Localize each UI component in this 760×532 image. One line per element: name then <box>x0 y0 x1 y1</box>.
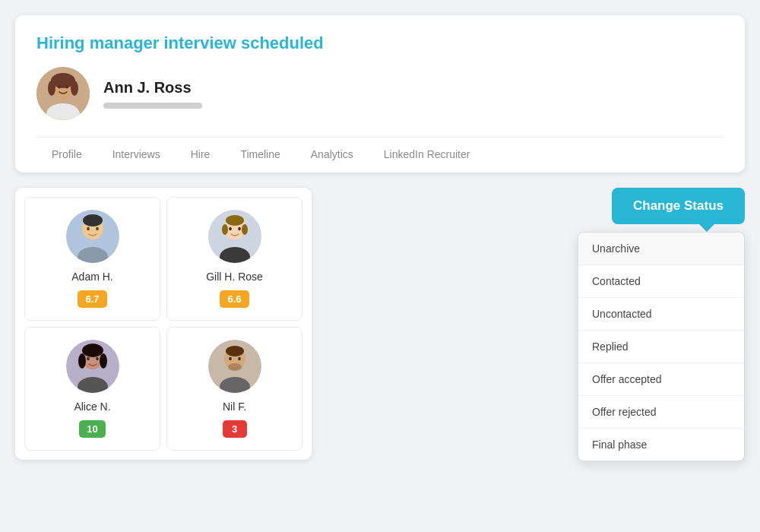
score-badge: 10 <box>79 420 105 438</box>
candidate-card-name: Gill H. Rose <box>206 271 263 283</box>
candidate-card-name: Nil F. <box>223 401 246 413</box>
hiring-title: Hiring manager interview scheduled <box>36 33 724 53</box>
svg-point-5 <box>71 81 78 96</box>
svg-point-4 <box>48 81 55 96</box>
list-item[interactable]: Adam H. 6.7 <box>24 197 160 321</box>
right-section: Change Status Unarchive Contacted Uncont… <box>327 188 745 461</box>
status-item-contacted[interactable]: Contacted <box>578 265 744 298</box>
avatar <box>208 340 261 393</box>
avatar <box>66 210 119 263</box>
svg-point-26 <box>78 353 86 369</box>
status-item-final-phase[interactable]: Final phase <box>578 429 744 461</box>
list-item[interactable]: Nil F. 3 <box>166 327 302 451</box>
change-status-button[interactable]: Change Status <box>612 188 745 224</box>
avatar <box>66 340 119 393</box>
candidate-row: Ann J. Ross <box>36 67 724 120</box>
candidate-name: Ann J. Ross <box>103 79 202 97</box>
list-item[interactable]: Gill H. Rose 6.6 <box>166 197 302 321</box>
list-item[interactable]: Alice N. 10 <box>24 327 160 451</box>
tab-timeline[interactable]: Timeline <box>225 138 295 173</box>
candidate-card-name: Alice N. <box>74 401 110 413</box>
svg-point-18 <box>222 224 228 235</box>
svg-point-21 <box>238 227 241 230</box>
avatar <box>208 210 261 263</box>
status-dropdown: Unarchive Contacted Uncontacted Replied … <box>578 232 745 461</box>
score-badge: 6.6 <box>220 290 249 308</box>
candidate-info: Ann J. Ross <box>103 79 202 109</box>
svg-point-34 <box>229 357 232 360</box>
svg-point-19 <box>242 224 248 235</box>
svg-point-6 <box>58 85 61 89</box>
candidate-card-name: Adam H. <box>71 271 112 283</box>
top-card: Hiring manager interview scheduled <box>15 15 745 173</box>
dropdown-arrow-icon <box>699 224 714 232</box>
status-item-unarchive[interactable]: Unarchive <box>578 233 744 265</box>
tab-hire[interactable]: Hire <box>176 138 226 173</box>
svg-point-28 <box>87 357 90 360</box>
svg-point-27 <box>100 353 107 369</box>
svg-point-25 <box>82 344 103 357</box>
tab-interviews[interactable]: Interviews <box>97 138 176 173</box>
svg-point-7 <box>65 85 68 89</box>
status-item-offer-rejected[interactable]: Offer rejected <box>578 396 744 429</box>
bottom-section: Adam H. 6.7 <box>15 188 745 461</box>
status-item-uncontacted[interactable]: Uncontacted <box>578 298 744 331</box>
status-item-offer-accepted[interactable]: Offer accepted <box>578 363 744 396</box>
candidate-bar <box>103 103 202 109</box>
score-badge: 3 <box>223 420 247 438</box>
svg-point-12 <box>87 227 90 230</box>
svg-point-11 <box>83 214 103 226</box>
svg-point-33 <box>226 346 244 356</box>
nav-tabs: Profile Interviews Hire Timeline Analyti… <box>36 137 724 173</box>
svg-point-17 <box>226 215 244 226</box>
svg-point-20 <box>229 227 232 230</box>
tab-profile[interactable]: Profile <box>36 138 97 173</box>
svg-point-13 <box>96 227 99 230</box>
status-item-replied[interactable]: Replied <box>578 331 744 363</box>
score-badge: 6.7 <box>78 290 106 308</box>
candidates-grid: Adam H. 6.7 <box>15 188 312 460</box>
avatar <box>36 67 90 120</box>
svg-point-29 <box>96 357 99 360</box>
tab-analytics[interactable]: Analytics <box>296 138 369 173</box>
svg-point-35 <box>238 357 241 360</box>
svg-point-36 <box>228 363 242 371</box>
tab-linkedin-recruiter[interactable]: LinkedIn Recruiter <box>369 138 486 173</box>
